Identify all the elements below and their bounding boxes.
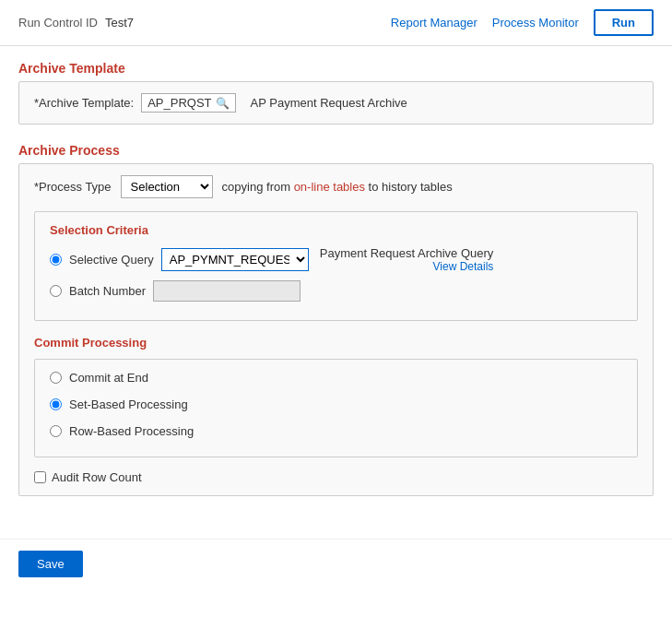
search-icon[interactable]: 🔍	[216, 97, 230, 110]
archive-template-code: AP_PRQST	[147, 96, 211, 110]
archive-process-title: Archive Process	[18, 143, 654, 158]
selection-criteria-box: Selection Criteria Selective Query AP_PY…	[34, 211, 638, 321]
query-select-row: AP_PYMNT_REQUEST_A Payment Request Archi…	[161, 246, 622, 273]
process-type-row: *Process Type Selection Delete Restore c…	[34, 175, 638, 198]
audit-row-count-label: Audit Row Count	[52, 470, 142, 484]
page-header: Run Control ID Test7 Report Manager Proc…	[0, 0, 672, 46]
selection-criteria-title: Selection Criteria	[50, 223, 622, 237]
run-control-info: Run Control ID Test7	[18, 16, 134, 30]
archive-template-row: *Archive Template: AP_PRQST 🔍 AP Payment…	[34, 93, 638, 113]
view-details-link[interactable]: View Details	[433, 260, 494, 273]
archive-template-desc: AP Payment Request Archive	[251, 96, 407, 110]
batch-number-input[interactable]	[153, 280, 301, 302]
set-based-radio[interactable]	[50, 398, 62, 410]
copy-text-highlight: on-line tables	[294, 180, 365, 194]
commit-at-end-row: Commit at End	[50, 371, 622, 385]
batch-number-row: Batch Number	[50, 280, 622, 302]
archive-process-section: Archive Process *Process Type Selection …	[18, 143, 654, 496]
commit-processing-section: Commit Processing Commit at End Set-Base…	[34, 336, 638, 457]
archive-template-box: *Archive Template: AP_PRQST 🔍 AP Payment…	[18, 81, 654, 125]
archive-template-label: *Archive Template:	[34, 96, 134, 110]
process-monitor-link[interactable]: Process Monitor	[492, 16, 579, 30]
commit-processing-box: Commit at End Set-Based Processing Row-B…	[34, 359, 638, 457]
page-footer: Save	[0, 539, 672, 588]
query-right: Payment Request Archive Query View Detai…	[314, 246, 494, 273]
audit-row-count-checkbox[interactable]	[34, 471, 46, 483]
selective-query-row: Selective Query AP_PYMNT_REQUEST_A Payme…	[50, 246, 622, 273]
copy-text: copying from on-line tables to history t…	[222, 180, 453, 194]
query-select[interactable]: AP_PYMNT_REQUEST_A	[161, 248, 309, 271]
row-based-row: Row-Based Processing	[50, 424, 622, 438]
commit-at-end-label: Commit at End	[69, 371, 148, 385]
row-based-radio[interactable]	[50, 425, 62, 437]
query-desc: Payment Request Archive Query	[320, 246, 494, 260]
batch-number-radio[interactable]	[50, 285, 62, 297]
archive-template-section: Archive Template *Archive Template: AP_P…	[18, 61, 654, 125]
header-actions: Report Manager Process Monitor Run	[391, 9, 654, 36]
run-control-value: Test7	[105, 16, 134, 30]
report-manager-link[interactable]: Report Manager	[391, 16, 477, 30]
row-based-label: Row-Based Processing	[69, 424, 194, 438]
selective-query-label: Selective Query	[69, 253, 154, 267]
selective-query-radio[interactable]	[50, 254, 62, 266]
archive-process-box: *Process Type Selection Delete Restore c…	[18, 163, 654, 496]
run-control-label: Run Control ID	[18, 16, 98, 30]
audit-row: Audit Row Count	[34, 470, 638, 484]
commit-processing-title: Commit Processing	[34, 336, 638, 350]
main-content: Archive Template *Archive Template: AP_P…	[0, 46, 672, 529]
archive-template-input-group[interactable]: AP_PRQST 🔍	[141, 93, 235, 113]
save-button[interactable]: Save	[18, 551, 83, 577]
process-type-select[interactable]: Selection Delete Restore	[121, 175, 213, 198]
set-based-label: Set-Based Processing	[69, 397, 188, 411]
process-type-label: *Process Type	[34, 180, 112, 194]
commit-at-end-radio[interactable]	[50, 372, 62, 384]
run-button[interactable]: Run	[594, 9, 654, 36]
batch-number-label: Batch Number	[69, 284, 146, 298]
archive-template-title: Archive Template	[18, 61, 654, 76]
set-based-row: Set-Based Processing	[50, 397, 622, 411]
